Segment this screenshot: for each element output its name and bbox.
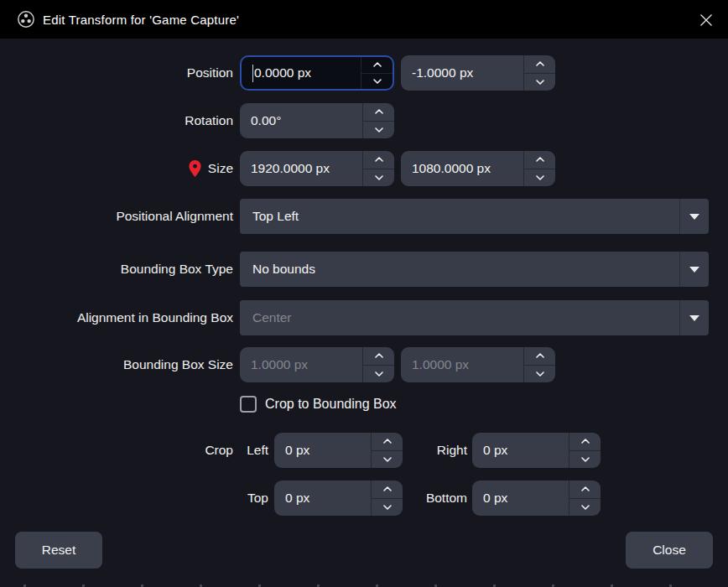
rotation-value: 0.00°: [251, 104, 281, 138]
chevron-down-icon: [689, 315, 699, 321]
crop-label: Crop: [0, 433, 233, 468]
bounding-box-type-select[interactable]: No bounds: [240, 252, 709, 287]
chevron-up-icon[interactable]: [569, 481, 601, 499]
size-y-value: 1080.0000 px: [412, 152, 491, 185]
crop-right-spinbox[interactable]: 0 px: [472, 433, 601, 468]
size-x-value: 1920.0000 px: [251, 152, 330, 185]
bounding-box-type-label: Bounding Box Type: [0, 252, 233, 287]
size-row: Size 1920.0000 px 1080.0000 px: [0, 151, 728, 186]
chevron-down-icon[interactable]: [524, 74, 555, 91]
chevron-down-icon: [689, 214, 699, 220]
location-pin-icon: [188, 159, 202, 178]
positional-alignment-row: Positional Alignment Top Left: [0, 199, 728, 234]
crop-left-value: 0 px: [285, 434, 309, 467]
chevron-down-icon[interactable]: [569, 451, 601, 469]
chevron-up-icon: [524, 347, 555, 366]
bounding-box-size-row: Bounding Box Size 1.0000 px 1.0000 px: [0, 347, 728, 382]
chevron-up-icon[interactable]: [372, 481, 403, 499]
rotation-spinbox[interactable]: 0.00°: [240, 103, 394, 138]
chevron-down-icon[interactable]: [569, 499, 601, 517]
reset-button[interactable]: Reset: [15, 532, 102, 569]
chevron-down-icon: [524, 366, 555, 383]
spinner-buttons: [371, 481, 403, 516]
position-label: Position: [0, 55, 233, 91]
chevron-up-icon[interactable]: [524, 55, 555, 74]
rotation-label: Rotation: [0, 103, 233, 138]
crop-bottom-value: 0 px: [483, 481, 507, 515]
chevron-down-icon[interactable]: [361, 74, 393, 90]
spinner-buttons: [371, 433, 403, 468]
spinner-buttons: [362, 103, 394, 138]
chevron-down-icon[interactable]: [524, 169, 555, 187]
size-x-spinbox[interactable]: 1920.0000 px: [240, 151, 394, 186]
spinner-buttons: [569, 433, 601, 468]
crop-right-value: 0 px: [483, 434, 507, 467]
crop-left-spinbox[interactable]: 0 px: [274, 433, 403, 468]
positional-alignment-value: Top Left: [240, 199, 679, 234]
position-x-spinbox[interactable]: 0.0000 px: [240, 55, 394, 91]
chevron-up-icon[interactable]: [569, 433, 601, 451]
chevron-down-icon: [689, 267, 699, 273]
spinner-buttons: [569, 481, 601, 516]
spinner-buttons: [362, 347, 394, 382]
crop-to-bounding-box-checkbox[interactable]: [240, 396, 257, 413]
chevron-down-icon[interactable]: [363, 122, 394, 139]
chevron-down-icon[interactable]: [372, 451, 403, 469]
alignment-in-bounding-box-label: Alignment in Bounding Box: [0, 300, 233, 335]
chevron-up-icon[interactable]: [363, 151, 394, 169]
chevron-up-icon[interactable]: [363, 103, 394, 122]
crop-top-spinbox[interactable]: 0 px: [274, 481, 403, 516]
positional-alignment-label: Positional Alignment: [0, 199, 233, 234]
alignment-in-bounding-box-row: Alignment in Bounding Box Center: [0, 300, 728, 335]
crop-top-label: Top: [240, 481, 268, 516]
crop-bottom-label: Bottom: [408, 481, 467, 516]
bounding-box-type-value: No bounds: [240, 252, 679, 287]
close-icon[interactable]: [696, 10, 716, 30]
spinner-buttons: [361, 57, 393, 89]
dropdown-arrow-zone: [679, 199, 709, 234]
edit-transform-form: Position 0.0000 px -1.0000 px Rotation: [0, 39, 728, 587]
close-button[interactable]: Close: [626, 532, 713, 569]
spinner-buttons: [523, 151, 555, 186]
crop-bottom-spinbox[interactable]: 0 px: [472, 481, 601, 516]
rotation-row: Rotation 0.00°: [0, 103, 728, 138]
position-y-spinbox[interactable]: -1.0000 px: [401, 55, 555, 91]
crop-right-label: Right: [408, 433, 467, 468]
spinner-buttons: [523, 347, 555, 382]
chevron-down-icon[interactable]: [363, 169, 394, 187]
dialog-titlebar: Edit Transform for 'Game Capture': [0, 0, 728, 39]
crop-to-bounding-box-row: Crop to Bounding Box: [240, 392, 397, 417]
crop-row-left-right: Crop Left 0 px Right 0 px: [0, 433, 728, 468]
obs-logo-icon: [17, 10, 35, 29]
spinner-buttons: [523, 55, 555, 91]
bounding-box-size-y-spinbox: 1.0000 px: [401, 347, 555, 382]
crop-left-label: Left: [240, 433, 268, 468]
spinner-buttons: [362, 151, 394, 186]
chevron-up-icon: [363, 347, 394, 366]
crop-top-value: 0 px: [285, 481, 309, 515]
dialog-title: Edit Transform for 'Game Capture': [43, 13, 239, 27]
bounding-box-type-row: Bounding Box Type No bounds: [0, 252, 728, 287]
positional-alignment-select[interactable]: Top Left: [240, 199, 709, 234]
position-row: Position 0.0000 px -1.0000 px: [0, 55, 728, 91]
alignment-in-bounding-box-select: Center: [240, 300, 709, 335]
chevron-down-icon[interactable]: [372, 499, 403, 517]
dropdown-arrow-zone: [679, 252, 709, 287]
dropdown-arrow-zone: [679, 300, 709, 335]
crop-row2-spacer: [0, 481, 233, 516]
bounding-box-size-x-spinbox: 1.0000 px: [240, 347, 394, 382]
crop-row-top-bottom: Top 0 px Bottom 0 px: [0, 481, 728, 516]
position-x-value: 0.0000 px: [254, 56, 311, 90]
bounding-box-size-y-value: 1.0000 px: [412, 348, 469, 382]
bounding-box-size-x-value: 1.0000 px: [251, 348, 308, 382]
position-y-value: -1.0000 px: [412, 56, 473, 90]
chevron-down-icon: [363, 366, 394, 383]
size-y-spinbox[interactable]: 1080.0000 px: [401, 151, 555, 186]
crop-to-bounding-box-label: Crop to Bounding Box: [265, 397, 397, 412]
chevron-up-icon[interactable]: [361, 57, 393, 74]
chevron-up-icon[interactable]: [524, 151, 555, 169]
size-label: Size: [208, 151, 233, 186]
alignment-in-bounding-box-value: Center: [240, 300, 679, 335]
chevron-up-icon[interactable]: [372, 433, 403, 451]
bounding-box-size-label: Bounding Box Size: [0, 347, 233, 382]
